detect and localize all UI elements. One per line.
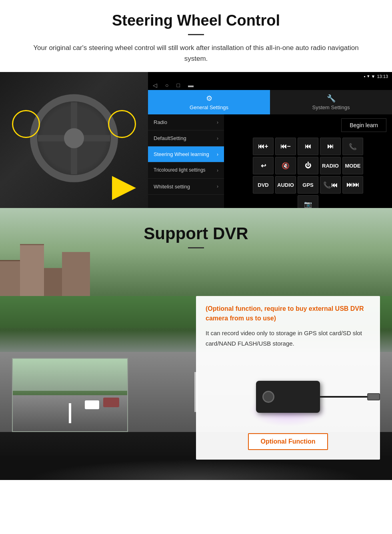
tab-system-settings[interactable]: 🔧 System Settings [270, 90, 392, 114]
mute-button[interactable]: 🔇 [275, 157, 296, 174]
header-section: Steering Wheel Control Your original car… [0, 0, 392, 72]
control-row-2: ↩ 🔇 ⏻ RADIO MODE [227, 157, 389, 174]
vol-up-button[interactable]: ⏮+ [253, 138, 274, 155]
chevron-icon-steering: › [217, 152, 218, 157]
system-settings-icon: 🔧 [327, 94, 336, 103]
chevron-icon-radio: › [217, 120, 218, 125]
menu-item-tricoloured[interactable]: Tricoloured light settings › [148, 162, 224, 179]
control-buttons-area: ⏮+ ⏮− ⏮ ⏭ 📞 ↩ 🔇 ⏻ RADIO MODE [224, 136, 392, 214]
android-status-bar: ▪ ▾ ▼ 13:13 [148, 72, 392, 80]
mode-button[interactable]: MODE [342, 157, 363, 174]
highlight-circle-left [12, 110, 40, 138]
page-title: Steering Wheel Control [24, 12, 368, 29]
menu-item-steering-wheel[interactable]: Steering Wheel learning › [148, 146, 224, 162]
tab-general-settings-label: General Settings [190, 104, 228, 110]
dvr-title-divider [188, 247, 204, 248]
audio-button[interactable]: AUDIO [275, 176, 296, 194]
menu-icon: ▬ [188, 82, 194, 88]
dvd-label: DVD [258, 182, 268, 188]
dvr-title-overlay: Support DVR [0, 224, 392, 248]
audio-label: AUDIO [277, 182, 294, 188]
chevron-icon-tricoloured: › [217, 168, 218, 173]
dvr-description: It can record video only to storage in G… [206, 328, 370, 348]
hang-up-icon: ↩ [261, 162, 266, 170]
mode-label: MODE [345, 163, 361, 169]
vol-down-icon: ⏮− [280, 143, 290, 150]
android-content: Radio › DefaultSetting › Steering Wheel … [148, 114, 392, 214]
steering-wheel-section: ▪ ▾ ▼ 13:13 ◁ ○ □ ▬ ⚙ General Settings 🔧… [0, 72, 392, 208]
steering-wheel-center [64, 128, 84, 148]
usb-connector [367, 393, 380, 400]
power-button[interactable]: ⏻ [298, 157, 318, 174]
call-button[interactable]: 📞 [342, 138, 363, 155]
arrow-overlay [112, 176, 144, 200]
chevron-icon-whitelist: › [217, 184, 218, 189]
dvr-inset-view [12, 358, 128, 432]
prev-button[interactable]: ⏮ [298, 138, 318, 155]
call-prev-button[interactable]: 📞⏮ [320, 176, 341, 194]
android-right-panel: Begin learn ⏮+ ⏮− ⏮ ⏭ 📞 ↩ 🔇 ⏻ [224, 114, 392, 214]
next-button[interactable]: ⏭ [320, 138, 341, 155]
next-next-icon: ⏭⏭ [346, 181, 359, 188]
dvr-section: Support DVR (Optional function, require … [0, 208, 392, 480]
camera-body-wrapper [256, 381, 320, 413]
prev-icon: ⏮ [305, 143, 311, 150]
status-icons: ▪ ▾ ▼ 13:13 [364, 74, 388, 79]
dvr-camera-illustration [206, 355, 370, 427]
menu-item-default-setting[interactable]: DefaultSetting › [148, 130, 224, 146]
radio-button[interactable]: RADIO [320, 157, 341, 174]
gps-button[interactable]: GPS [298, 176, 318, 194]
call-prev-icon: 📞⏮ [323, 181, 338, 189]
menu-item-radio[interactable]: Radio › [148, 114, 224, 130]
next-icon: ⏭ [327, 143, 334, 150]
radio-label: RADIO [322, 163, 339, 169]
hang-up-button[interactable]: ↩ [253, 157, 274, 174]
dvr-optional-header: (Optional function, require to buy exter… [206, 304, 370, 323]
menu-item-steering-label: Steering Wheel learning [154, 151, 209, 157]
power-icon: ⏻ [305, 162, 311, 169]
menu-item-whitelist-label: Whitelist setting [154, 184, 190, 190]
gps-label: GPS [302, 182, 313, 188]
wifi-icon: ▾ [367, 74, 370, 79]
battery-icon: ▪ [364, 74, 366, 79]
dvd-button[interactable]: DVD [253, 176, 274, 194]
inset-car-2 [85, 400, 99, 409]
status-time: 13:13 [377, 74, 388, 79]
recent-icon: □ [176, 82, 180, 88]
subtitle-text: Your original car's steering wheel contr… [24, 42, 368, 64]
dvr-dashboard-inner [0, 456, 392, 480]
menu-item-default-label: DefaultSetting [154, 135, 186, 141]
yellow-arrow [112, 176, 136, 200]
menu-item-whitelist[interactable]: Whitelist setting › [148, 179, 224, 195]
control-row-1: ⏮+ ⏮− ⏮ ⏭ 📞 [227, 138, 389, 155]
menu-item-tricoloured-label: Tricoloured light settings [154, 167, 206, 174]
back-icon: ◁ [153, 82, 157, 88]
mute-icon: 🔇 [282, 162, 290, 170]
highlight-circle-right [108, 110, 136, 138]
next-next-button[interactable]: ⏭⏭ [342, 176, 363, 194]
dvr-title: Support DVR [0, 224, 392, 243]
inset-car-1 [103, 398, 119, 407]
vol-down-button[interactable]: ⏮− [275, 138, 296, 155]
call-icon: 📞 [349, 143, 357, 150]
android-tabs: ⚙ General Settings 🔧 System Settings [148, 90, 392, 114]
vol-up-icon: ⏮+ [258, 143, 268, 150]
camera-lens [262, 391, 274, 403]
chevron-icon-default: › [217, 136, 218, 141]
tab-system-settings-label: System Settings [312, 104, 350, 110]
optional-function-button[interactable]: Optional Function [248, 433, 328, 450]
menu-item-radio-label: Radio [154, 119, 167, 125]
signal-icon: ▼ [371, 74, 376, 79]
camera-cable [320, 396, 368, 398]
inset-road-line [69, 403, 71, 423]
title-divider [188, 34, 204, 35]
dvr-info-card: (Optional function, require to buy exter… [196, 296, 380, 460]
steering-wheel-graphic [30, 94, 118, 182]
home-icon: ○ [165, 82, 168, 88]
begin-learn-button[interactable]: Begin learn [341, 118, 386, 132]
steering-wheel-outer [30, 94, 118, 182]
tab-general-settings[interactable]: ⚙ General Settings [148, 90, 270, 114]
steering-wheel-image [0, 72, 148, 208]
begin-learn-bar: Begin learn [224, 114, 392, 136]
control-row-3: DVD AUDIO GPS 📞⏮ ⏭⏭ [227, 176, 389, 194]
